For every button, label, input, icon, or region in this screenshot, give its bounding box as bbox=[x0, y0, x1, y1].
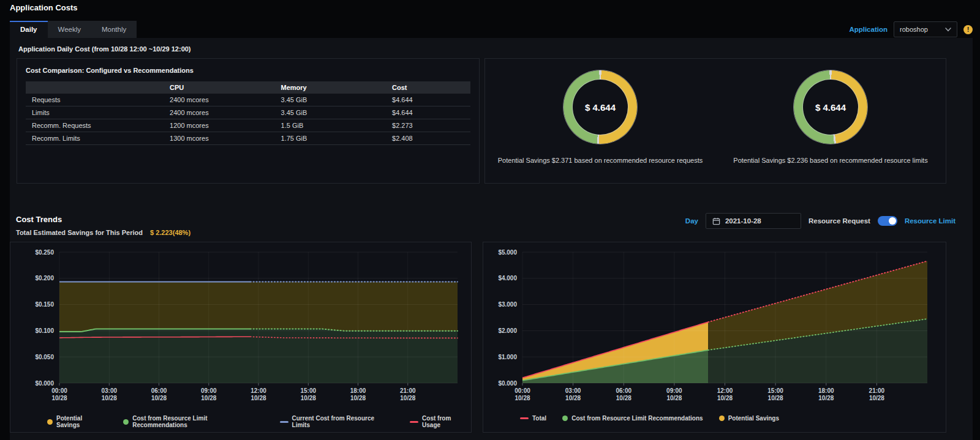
cost-trends-title: Cost Trends bbox=[16, 215, 62, 224]
svg-text:10/28: 10/28 bbox=[666, 395, 682, 401]
application-picker: Application roboshop ! bbox=[849, 21, 973, 37]
resource-toggle[interactable] bbox=[878, 216, 897, 226]
legend-item[interactable]: Cost from Usage bbox=[410, 415, 471, 428]
svg-text:10/28: 10/28 bbox=[616, 395, 631, 401]
legend-line-icon bbox=[410, 421, 418, 423]
legend-dot-icon bbox=[719, 416, 725, 421]
tab-weekly[interactable]: Weekly bbox=[48, 21, 92, 38]
daily-tab-content: Application Daily Cost (from 10/28 12:00… bbox=[10, 38, 973, 440]
tab-bar: DailyWeeklyMonthly bbox=[10, 21, 137, 38]
legend-item[interactable]: Potential Savings bbox=[47, 415, 107, 428]
svg-text:$4.000: $4.000 bbox=[498, 275, 517, 282]
table-col-header-memory: Memory bbox=[275, 81, 386, 94]
tab-monthly[interactable]: Monthly bbox=[91, 21, 137, 38]
svg-text:$3.000: $3.000 bbox=[498, 301, 517, 308]
legend-label: Cost from Resource Limit Recommendations bbox=[132, 415, 263, 428]
day-label: Day bbox=[685, 217, 698, 225]
table-col-header-cpu: CPU bbox=[164, 81, 275, 94]
svg-text:$0.100: $0.100 bbox=[35, 327, 54, 334]
table-cell-label: Recomm. Requests bbox=[26, 119, 164, 132]
top-bar: DailyWeeklyMonthly Application roboshop … bbox=[10, 21, 973, 38]
table-cell-memory: 3.45 GiB bbox=[275, 106, 386, 119]
cumulative-cost-chart-legend: TotalCost from Resource Limit Recommenda… bbox=[483, 415, 946, 422]
cumulative-cost-chart: $0.000$1.000$2.000$3.000$4.000$5.00000:0… bbox=[483, 242, 946, 411]
legend-item[interactable]: Current Cost from Resource Limits bbox=[280, 415, 394, 428]
donut-caption: Potential Savings $2.236 based on recomm… bbox=[733, 157, 927, 164]
cost-comparison-table: CPUMemoryCostRequests2400 mcores3.45 GiB… bbox=[26, 81, 470, 145]
legend-label: Potential Savings bbox=[56, 415, 107, 428]
svg-text:10/28: 10/28 bbox=[102, 395, 117, 401]
table-row: Recomm. Requests1200 mcores1.5 GiB$2.273 bbox=[26, 119, 470, 132]
cumulative-cost-chart-panel: $0.000$1.000$2.000$3.000$4.000$5.00000:0… bbox=[483, 242, 946, 433]
legend-label: Current Cost from Resource Limits bbox=[292, 415, 394, 428]
legend-item[interactable]: Total bbox=[520, 415, 546, 422]
savings-donut-chart: $ 4.644 bbox=[564, 70, 637, 144]
savings-donut-block: $ 4.644Potential Savings $2.236 based on… bbox=[715, 59, 946, 183]
table-cell-cost: $2.408 bbox=[386, 132, 470, 145]
savings-donut-chart: $ 4.644 bbox=[794, 70, 867, 144]
savings-donuts-panel: $ 4.644Potential Savings $2.371 based on… bbox=[484, 58, 946, 184]
tab-daily[interactable]: Daily bbox=[10, 21, 48, 38]
resource-limit-label[interactable]: Resource Limit bbox=[905, 217, 956, 225]
chevron-down-icon bbox=[945, 28, 951, 32]
table-header-row: CPUMemoryCost bbox=[26, 81, 470, 94]
svg-text:10/28: 10/28 bbox=[251, 395, 266, 401]
legend-dot-icon bbox=[47, 419, 53, 425]
svg-text:15:00: 15:00 bbox=[767, 387, 783, 394]
date-picker-value: 2021-10-28 bbox=[725, 217, 761, 225]
table-row: Requests2400 mcores3.45 GiB$4.644 bbox=[26, 94, 470, 106]
svg-text:$0.050: $0.050 bbox=[35, 354, 54, 360]
svg-text:$0.000: $0.000 bbox=[498, 380, 517, 387]
legend-label: Cost from Usage bbox=[422, 415, 471, 428]
legend-line-icon bbox=[520, 417, 529, 419]
svg-text:15:00: 15:00 bbox=[301, 387, 317, 394]
application-select[interactable]: roboshop bbox=[894, 21, 957, 37]
svg-text:09:00: 09:00 bbox=[201, 387, 217, 394]
calendar-icon bbox=[712, 217, 720, 225]
svg-text:10/28: 10/28 bbox=[717, 395, 733, 401]
svg-text:10/28: 10/28 bbox=[818, 395, 834, 401]
svg-text:21:00: 21:00 bbox=[400, 387, 416, 394]
hourly-cost-chart: $0.000$0.050$0.100$0.150$0.200$0.25000:0… bbox=[10, 242, 471, 411]
application-label: Application bbox=[849, 26, 888, 33]
svg-text:10/28: 10/28 bbox=[301, 395, 316, 401]
svg-text:$5.000: $5.000 bbox=[498, 249, 517, 256]
svg-text:10/28: 10/28 bbox=[51, 395, 67, 401]
legend-item[interactable]: Potential Savings bbox=[719, 415, 779, 422]
hourly-cost-chart-legend: Potential SavingsCost from Resource Limi… bbox=[10, 415, 471, 428]
application-select-value: roboshop bbox=[900, 26, 928, 33]
svg-text:10/28: 10/28 bbox=[201, 395, 216, 401]
legend-label: Total bbox=[532, 415, 546, 422]
svg-text:12:00: 12:00 bbox=[251, 387, 266, 394]
legend-item[interactable]: Cost from Resource Limit Recommendations bbox=[562, 415, 703, 422]
svg-text:18:00: 18:00 bbox=[350, 387, 366, 394]
svg-text:10/28: 10/28 bbox=[400, 395, 415, 401]
table-cell-cpu: 1200 mcores bbox=[164, 119, 275, 132]
resource-request-label[interactable]: Resource Request bbox=[809, 217, 870, 225]
legend-label: Cost from Resource Limit Recommendations bbox=[571, 415, 703, 422]
table-cell-memory: 1.75 GiB bbox=[275, 132, 386, 145]
svg-text:12:00: 12:00 bbox=[717, 387, 733, 394]
table-col-header-cost: Cost bbox=[386, 81, 470, 94]
svg-text:18:00: 18:00 bbox=[818, 387, 834, 394]
svg-text:10/28: 10/28 bbox=[768, 395, 783, 401]
legend-label: Potential Savings bbox=[728, 415, 779, 422]
legend-item[interactable]: Cost from Resource Limit Recommendations bbox=[123, 415, 263, 428]
date-picker[interactable]: 2021-10-28 bbox=[706, 213, 801, 229]
table-cell-cpu: 2400 mcores bbox=[164, 94, 275, 106]
legend-dot-icon bbox=[123, 419, 129, 425]
table-row: Limits2400 mcores3.45 GiB$4.644 bbox=[26, 106, 470, 119]
svg-text:21:00: 21:00 bbox=[869, 387, 885, 394]
info-icon[interactable]: ! bbox=[963, 25, 973, 34]
table-col-header-blank bbox=[26, 81, 164, 94]
svg-text:$2.000: $2.000 bbox=[498, 327, 517, 334]
table-cell-memory: 1.5 GiB bbox=[275, 119, 386, 132]
svg-text:06:00: 06:00 bbox=[151, 387, 167, 394]
donut-caption: Potential Savings $2.371 based on recomm… bbox=[498, 157, 703, 164]
svg-text:00:00: 00:00 bbox=[51, 387, 67, 394]
legend-dot-icon bbox=[562, 416, 568, 421]
toggle-knob-icon bbox=[889, 217, 896, 225]
table-row: Recomm. Limits1300 mcores1.75 GiB$2.408 bbox=[26, 132, 470, 145]
table-cell-cpu: 2400 mcores bbox=[164, 106, 275, 119]
svg-text:$0.200: $0.200 bbox=[35, 275, 54, 282]
